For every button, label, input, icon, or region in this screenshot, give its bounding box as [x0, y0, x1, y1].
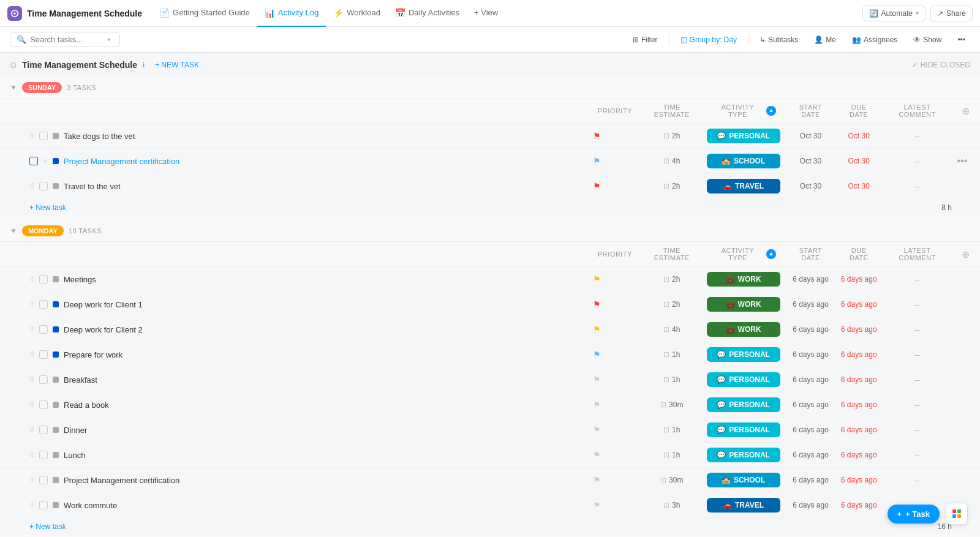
priority-flag[interactable]: ⚑ — [593, 500, 601, 510]
priority-flag[interactable]: ⚑ — [593, 425, 601, 435]
me-button[interactable]: 👤 Me — [809, 33, 841, 47]
task-checkbox[interactable] — [39, 426, 48, 434]
activity-cell[interactable]: 🏫SCHOOL — [702, 468, 786, 493]
activity-badge[interactable]: 💬PERSONAL — [707, 347, 780, 362]
more-options-button[interactable]: ••• — [952, 33, 970, 47]
drag-handle[interactable]: ⠿ — [29, 376, 34, 384]
priority-flag[interactable]: ⚑ — [593, 400, 601, 410]
task-checkbox[interactable] — [29, 157, 38, 165]
more-options-row-button[interactable]: ••• — [957, 156, 967, 166]
drag-handle[interactable]: ⠿ — [29, 451, 34, 459]
priority-flag[interactable]: ⚑ — [593, 299, 601, 309]
drag-handle[interactable]: ⠿ — [29, 401, 34, 409]
task-checkbox[interactable] — [39, 400, 48, 409]
activity-cell[interactable]: 💬PERSONAL — [702, 392, 786, 418]
drag-handle[interactable]: ⠿ — [29, 276, 34, 284]
task-checkbox[interactable] — [39, 182, 48, 190]
activity-cell[interactable]: 🚗 TRAVEL — [702, 174, 786, 199]
activity-sort-button-monday[interactable] — [766, 249, 776, 259]
task-checkbox[interactable] — [39, 132, 48, 140]
group-by-button[interactable]: ◫ Group by: Day — [676, 33, 742, 47]
task-checkbox[interactable] — [39, 350, 48, 359]
priority-flag[interactable]: ⚑ — [593, 181, 601, 191]
row-add-cell[interactable]: ••• — [952, 149, 980, 174]
filter-button[interactable]: ⊞ Filter — [628, 33, 663, 47]
task-checkbox[interactable] — [39, 325, 48, 334]
automate-button[interactable]: 🔄 Automate ▾ — [862, 6, 925, 21]
col-header-add-monday[interactable]: ⊕ — [952, 242, 980, 267]
activity-badge[interactable]: 💬PERSONAL — [707, 372, 780, 387]
drag-handle[interactable]: ⠿ — [29, 351, 34, 359]
activity-cell[interactable]: 💼WORK — [702, 292, 786, 317]
edit-icon[interactable]: ✏ — [209, 156, 218, 167]
fab-task-button[interactable]: + + Task — [888, 505, 940, 524]
priority-flag[interactable]: ⚑ — [593, 325, 601, 334]
tab-daily-activities[interactable]: 📅 Daily Activities — [388, 0, 467, 27]
task-checkbox[interactable] — [39, 275, 48, 284]
activity-badge[interactable]: 💼WORK — [707, 322, 780, 337]
priority-flag[interactable]: ⚑ — [593, 274, 601, 284]
drag-handle[interactable]: ⠿ — [29, 326, 34, 334]
fab-grid-button[interactable] — [946, 503, 968, 525]
activity-cell[interactable]: 💬 PERSONAL — [702, 124, 786, 149]
task-checkbox[interactable] — [39, 501, 48, 509]
activity-badge[interactable]: 🚗TRAVEL — [707, 498, 780, 513]
activity-badge[interactable]: 💬PERSONAL — [707, 397, 780, 412]
drag-handle[interactable]: ⠿ — [29, 476, 34, 484]
undo-icon[interactable]: ↩ — [197, 156, 206, 167]
activity-cell[interactable]: 💼WORK — [702, 267, 786, 292]
project-info-icon[interactable]: ℹ — [142, 61, 145, 69]
activity-badge[interactable]: 💼WORK — [707, 272, 780, 287]
share-button[interactable]: ↗ Share — [930, 6, 973, 21]
add-task-button-monday[interactable]: + New task — [29, 522, 66, 531]
activity-badge[interactable]: 💬PERSONAL — [707, 422, 780, 437]
priority-flag[interactable]: ⚑ — [593, 350, 601, 359]
activity-badge[interactable]: 🏫SCHOOL — [707, 473, 780, 487]
priority-flag[interactable]: ⚑ — [593, 375, 601, 385]
activity-badge[interactable]: 🚗 TRAVEL — [707, 179, 780, 193]
activity-cell[interactable]: 💼WORK — [702, 317, 786, 342]
task-checkbox[interactable] — [39, 451, 48, 459]
drag-handle[interactable]: ⠿ — [29, 182, 34, 190]
sunday-expand-icon[interactable]: ▼ — [10, 83, 17, 92]
subtasks-button[interactable]: ↳ Subtasks — [755, 33, 803, 47]
activity-cell[interactable]: 🏫 SCHOOL — [702, 149, 786, 174]
project-expand-icon[interactable]: ⊙ — [10, 60, 17, 70]
show-button[interactable]: 👁 Show — [908, 33, 946, 47]
activity-cell[interactable]: 💬PERSONAL — [702, 443, 786, 468]
monday-expand-icon[interactable]: ▼ — [10, 227, 17, 235]
drag-handle[interactable]: ⠿ — [29, 501, 34, 509]
activity-cell[interactable]: 💬PERSONAL — [702, 342, 786, 367]
tab-workload[interactable]: ⚡ Workload — [326, 0, 388, 27]
drag-handle[interactable]: ⠿ — [29, 301, 34, 309]
tab-activity-log[interactable]: 📊 Activity Log — [257, 0, 326, 27]
drag-handle[interactable]: ⠿ — [29, 426, 34, 434]
new-task-button[interactable]: + NEW TASK — [150, 59, 204, 71]
tab-getting-started[interactable]: 📄 Getting Started Guide — [152, 0, 257, 27]
activity-badge[interactable]: 💬PERSONAL — [707, 448, 780, 462]
add-column-monday[interactable]: ⊕ — [962, 249, 970, 260]
priority-flag[interactable]: ⚑ — [593, 450, 601, 460]
activity-sort-button-sunday[interactable] — [766, 106, 776, 116]
activity-cell[interactable]: 💬PERSONAL — [702, 418, 786, 443]
priority-flag[interactable]: ⚑ — [593, 475, 601, 485]
activity-badge[interactable]: 💬 PERSONAL — [707, 129, 780, 143]
search-box[interactable]: 🔍 ▾ — [10, 32, 120, 47]
assignees-button[interactable]: 👥 Assignees — [847, 33, 902, 47]
activity-badge[interactable]: 💼WORK — [707, 297, 780, 312]
tab-view[interactable]: + View — [467, 0, 505, 27]
priority-flag[interactable]: ⚑ — [593, 156, 601, 166]
priority-flag[interactable]: ⚑ — [593, 131, 601, 141]
task-checkbox[interactable] — [39, 375, 48, 384]
drag-handle[interactable]: ⠿ — [43, 157, 48, 165]
activity-badge[interactable]: 🏫 SCHOOL — [707, 154, 780, 168]
task-name[interactable]: Project Management certification — [64, 157, 179, 166]
task-checkbox[interactable] — [39, 300, 48, 309]
task-checkbox[interactable] — [39, 476, 48, 484]
add-task-button-sunday[interactable]: + New task — [29, 203, 66, 212]
activity-cell[interactable]: 💬PERSONAL — [702, 367, 786, 392]
search-input[interactable] — [30, 35, 104, 44]
hide-closed-button[interactable]: ✓ HIDE CLOSED — [912, 61, 970, 69]
activity-cell[interactable]: 🚗TRAVEL — [702, 493, 786, 518]
add-column-sunday[interactable]: ⊕ — [962, 106, 970, 116]
